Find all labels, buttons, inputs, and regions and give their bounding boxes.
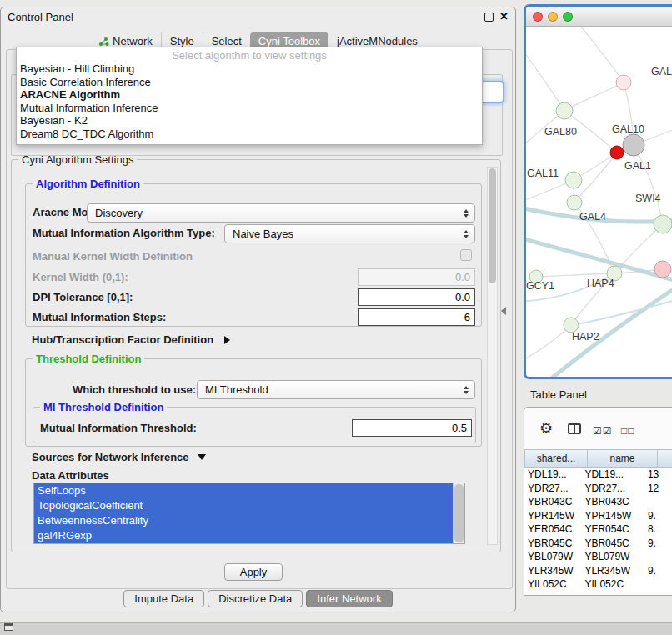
tab-label: Select — [212, 35, 242, 48]
network-edge — [536, 273, 614, 277]
table-header-row: shared...name — [524, 449, 672, 468]
restore-window-icon[interactable] — [4, 623, 13, 631]
bottom-tab-impute-data[interactable]: Impute Data — [123, 590, 204, 608]
network-node[interactable] — [654, 261, 671, 278]
table-cell: YBL079W — [524, 550, 581, 564]
table-cell: YDL19... — [581, 468, 644, 482]
table-row[interactable]: YBR045CYBR045C9. — [524, 537, 672, 551]
network-node-swi4[interactable] — [654, 215, 672, 233]
tab-label: Style — [170, 35, 194, 48]
network-tab-icon — [98, 37, 109, 47]
clear-all-checkboxes-icon[interactable]: □□ — [621, 425, 635, 437]
which-threshold-label: Which threshold to use: — [73, 383, 196, 396]
table-cell: YER054C — [524, 522, 581, 537]
panel-divider-handle[interactable] — [501, 307, 506, 315]
chevron-down-icon — [198, 454, 206, 460]
algorithm-option-basic-correlation-inference[interactable]: Basic Correlation Inference — [17, 76, 482, 89]
settings-scrollbar[interactable] — [487, 167, 498, 545]
network-node-gal4[interactable] — [567, 195, 582, 210]
manual-kernel-checkbox[interactable] — [460, 249, 472, 261]
table-row[interactable]: YDL19...YDL19...13 — [524, 468, 672, 482]
combobox-stepper-icon — [464, 209, 469, 218]
network-node-gal80[interactable] — [556, 102, 573, 119]
table-row[interactable]: YBL079WYBL079W — [524, 550, 672, 564]
attributes-scrollbar-thumb[interactable] — [454, 484, 464, 542]
algorithm-option-bayesian-k2[interactable]: Bayesian - K2 — [17, 114, 482, 128]
sources-label: Sources for Network Inference — [32, 451, 189, 463]
chevron-right-icon — [224, 336, 230, 344]
network-canvas[interactable]: GAL8GAL80GAL10GAL1GAL11SWI4GAL4GCY1HAP4H… — [526, 27, 672, 377]
table-panel-window: ⚙ ☑☑ □□ shared...name YDL19...YDL19...13… — [524, 407, 672, 596]
which-threshold-value: MI Threshold — [205, 383, 268, 396]
algorithm-option-aracne-algorithm[interactable]: ARACNE Algorithm — [17, 88, 482, 102]
mi-steps-label: Mutual Information Steps: — [33, 311, 166, 323]
table-row[interactable]: YIL052CYIL052C — [524, 578, 672, 592]
node-label-hap2: HAP2 — [572, 331, 599, 342]
table-column-header[interactable] — [658, 449, 672, 468]
node-label-swi4: SWI4 — [635, 192, 661, 204]
select-all-checkboxes-icon[interactable]: ☑☑ — [593, 425, 613, 437]
dpi-tolerance-field[interactable]: 0.0 — [358, 288, 475, 306]
bottom-taskbar — [0, 622, 672, 635]
network-node-gal1[interactable] — [610, 146, 624, 159]
float-panel-icon[interactable] — [484, 12, 494, 22]
table-cell: YIL052C — [581, 578, 644, 592]
apply-button[interactable]: Apply — [224, 563, 283, 581]
cyni-algorithm-settings-group: Cyni Algorithm Settings Algorithm Defini… — [11, 159, 501, 552]
algorithm-option-dream8-dc-tdc-algorithm[interactable]: Dream8 DC_TDC Algorithm — [17, 128, 482, 141]
bottom-tab-discretize-data[interactable]: Discretize Data — [208, 590, 303, 608]
bottom-tab-infer-network[interactable]: Infer Network — [306, 590, 392, 608]
algorithm-dropdown-popup: Select algorithm to view settings Bayesi… — [16, 47, 483, 145]
which-threshold-combobox[interactable]: MI Threshold — [197, 380, 475, 399]
table-column-header[interactable]: shared... — [524, 449, 588, 468]
table-cell: YER054C — [581, 522, 644, 537]
network-view-window[interactable]: GAL8GAL80GAL10GAL1GAL11SWI4GAL4GCY1HAP4H… — [524, 4, 672, 379]
close-panel-icon[interactable]: ✕ — [499, 12, 509, 22]
table-cell: YDR27... — [524, 482, 581, 496]
table-row[interactable]: YBR043CYBR043C — [524, 495, 672, 509]
data-attributes-label: Data Attributes — [32, 469, 109, 482]
control-panel-titlebar: Control Panel ✕ — [1, 8, 515, 26]
sources-toggle[interactable]: Sources for Network Inference — [32, 451, 206, 463]
table-column-header[interactable]: name — [588, 449, 658, 468]
desktop: Control Panel ✕ NetworkStyleSelectCyni T… — [0, 0, 672, 635]
network-node-gal10[interactable] — [623, 134, 644, 156]
mi-steps-field[interactable]: 6 — [358, 308, 475, 326]
zoom-window-icon[interactable] — [563, 12, 573, 22]
aracne-mode-combobox[interactable]: Discovery — [87, 203, 475, 222]
hub-definition-toggle[interactable]: Hub/Transcription Factor Definition — [32, 333, 230, 346]
mi-threshold-definition-title: MI Threshold Definition — [40, 401, 167, 413]
table-row[interactable]: YER054CYER054C8. — [524, 522, 672, 537]
node-label-gal11: GAL11 — [527, 168, 559, 179]
attribute-item-selfloops[interactable]: SelfLoops — [34, 483, 454, 498]
data-attributes-list[interactable]: SelfLoopsTopologicalCoefficientBetweenne… — [33, 482, 465, 544]
node-label-gal4: GAL4 — [579, 211, 606, 222]
attributes-scrollbar[interactable] — [453, 483, 464, 543]
table-row[interactable]: YPR145WYPR145W9. — [524, 509, 672, 523]
network-edge — [576, 27, 624, 82]
settings-scrollbar-thumb[interactable] — [489, 168, 496, 283]
attribute-item-betweennesscentrality[interactable]: BetweennessCentrality — [34, 513, 454, 528]
table-row[interactable]: YLR345WYLR345W9. — [524, 564, 672, 578]
network-window-titlebar — [526, 7, 672, 27]
algorithm-option-bayesian-hill-climbing[interactable]: Bayesian - Hill Climbing — [17, 62, 482, 76]
node-label-gal10: GAL10 — [612, 123, 644, 135]
attribute-item-topologicalcoefficient[interactable]: TopologicalCoefficient — [34, 498, 454, 513]
network-node[interactable] — [616, 75, 631, 90]
mi-threshold-field[interactable]: 0.5 — [352, 419, 472, 437]
network-node-gal11[interactable] — [565, 172, 582, 188]
dpi-tolerance-label: DPI Tolerance [0,1]: — [33, 291, 133, 303]
column-chooser-icon[interactable] — [568, 423, 581, 434]
node-label-gal80: GAL80 — [544, 126, 577, 138]
hub-definition-label: Hub/Transcription Factor Definition — [32, 333, 213, 346]
attribute-item-gal4rgexp[interactable]: gal4RGexp — [34, 528, 454, 543]
kernel-width-value: 0.0 — [455, 271, 470, 283]
algorithm-definition-group: Algorithm Definition Aracne Mode: Discov… — [25, 183, 482, 327]
algorithm-option-mutual-information-inference[interactable]: Mutual Information Inference — [17, 102, 482, 115]
table-settings-gear-icon[interactable]: ⚙ — [539, 421, 553, 436]
node-label-gal8: GAL8 — [651, 66, 672, 78]
table-row[interactable]: YDR27...YDR27...12 — [524, 482, 672, 496]
mi-type-combobox[interactable]: Naive Bayes — [224, 224, 475, 243]
close-window-icon[interactable] — [533, 12, 543, 22]
minimize-window-icon[interactable] — [548, 12, 558, 22]
